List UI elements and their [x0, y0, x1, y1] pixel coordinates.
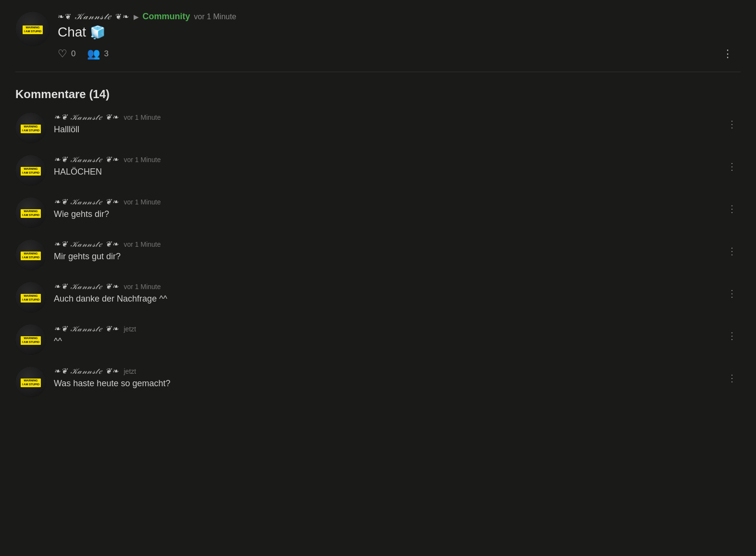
comment-item: WARNING I AM STUPID ❧❦ 𝒦𝒶𝓃𝓃𝓈𝓉𝑒 ❦❧ jetzt … — [15, 324, 741, 355]
ornament-right: ❦❧ — [102, 198, 119, 206]
ornament-left: ❧❦ — [54, 325, 71, 333]
comment-content: ❧❦ 𝒦𝒶𝓃𝓃𝓈𝓉𝑒 ❦❧ vor 1 Minute Wie gehts dir… — [54, 197, 741, 220]
title-emoji: 🧊 — [90, 25, 105, 40]
comment-meta: ❧❦ 𝒦𝒶𝓃𝓃𝓈𝓉𝑒 ❦❧ jetzt — [54, 366, 741, 376]
comments-section: Kommentare (14) WARNING I AM STUPID ❧❦ 𝒦… — [0, 72, 756, 397]
comment-avatar: WARNING I AM STUPID — [15, 113, 46, 143]
comment-meta: ❧❦ 𝒦𝒶𝓃𝓃𝓈𝓉𝑒 ❦❧ vor 1 Minute — [54, 197, 741, 206]
comment-item: WARNING I AM STUPID ❧❦ 𝒦𝒶𝓃𝓃𝓈𝓉𝑒 ❦❧ jetzt … — [15, 366, 741, 397]
people-icon: 👥 — [87, 48, 100, 60]
post-author-avatar: WARNING I AM STUPID — [15, 12, 50, 46]
comment-username[interactable]: ❧❦ 𝒦𝒶𝓃𝓃𝓈𝓉𝑒 ❦❧ — [54, 155, 119, 164]
comment-avatar: WARNING I AM STUPID — [15, 197, 46, 228]
ornament-right: ❦❧ — [102, 325, 119, 333]
ornament-right: ❦❧ — [102, 155, 119, 164]
comment-timestamp: vor 1 Minute — [124, 198, 161, 206]
comment-avatar: WARNING I AM STUPID — [15, 282, 46, 313]
comment-warning-badge: WARNING I AM STUPID — [21, 379, 41, 387]
post-header-content: ❧❦ 𝒦𝒶𝓃𝓃𝓈𝓉𝑒 ❦❧ ▶ Community vor 1 Minute C… — [58, 12, 741, 62]
comment-warning-badge: WARNING I AM STUPID — [21, 209, 41, 218]
comment-warning-badge: WARNING I AM STUPID — [21, 167, 41, 176]
ornament-left: ❧❦ — [54, 240, 71, 248]
like-action[interactable]: ♡ 0 — [58, 48, 75, 60]
comment-avatar: WARNING I AM STUPID — [15, 155, 46, 186]
post-timestamp: vor 1 Minute — [194, 13, 236, 21]
comment-text: Was haste heute so gemacht? — [54, 378, 741, 390]
comment-timestamp: jetzt — [124, 367, 136, 375]
ornament-left: ❧❦ — [58, 13, 75, 21]
comment-avatar: WARNING I AM STUPID — [15, 366, 46, 397]
comment-text: Wie gehts dir? — [54, 208, 741, 220]
comment-username[interactable]: ❧❦ 𝒦𝒶𝓃𝓃𝓈𝓉𝑒 ❦❧ — [54, 113, 119, 122]
ornament-left: ❧❦ — [54, 113, 71, 121]
comment-more-options[interactable]: ⋮ — [723, 243, 741, 259]
comment-content: ❧❦ 𝒦𝒶𝓃𝓃𝓈𝓉𝑒 ❦❧ vor 1 Minute HALÖCHEN — [54, 155, 741, 178]
comments-list: WARNING I AM STUPID ❧❦ 𝒦𝒶𝓃𝓃𝓈𝓉𝑒 ❦❧ vor 1 … — [15, 113, 741, 397]
comment-meta: ❧❦ 𝒦𝒶𝓃𝓃𝓈𝓉𝑒 ❦❧ vor 1 Minute — [54, 113, 741, 122]
ornament-left: ❧❦ — [54, 155, 71, 164]
comment-timestamp: vor 1 Minute — [124, 114, 161, 121]
comment-timestamp: vor 1 Minute — [124, 156, 161, 164]
ornament-right: ❦❧ — [102, 113, 119, 121]
comment-content: ❧❦ 𝒦𝒶𝓃𝓃𝓈𝓉𝑒 ❦❧ jetzt ^^ — [54, 324, 741, 347]
comment-more-options[interactable]: ⋮ — [723, 370, 741, 386]
ornament-right: ❦❧ — [102, 240, 119, 248]
comment-username[interactable]: ❧❦ 𝒦𝒶𝓃𝓃𝓈𝓉𝑒 ❦❧ — [54, 282, 119, 291]
comment-avatar: WARNING I AM STUPID — [15, 240, 46, 270]
comment-avatar: WARNING I AM STUPID — [15, 324, 46, 355]
ornament-left: ❧❦ — [54, 282, 71, 291]
comment-more-options[interactable]: ⋮ — [723, 286, 741, 301]
comment-item: WARNING I AM STUPID ❧❦ 𝒦𝒶𝓃𝓃𝓈𝓉𝑒 ❦❧ vor 1 … — [15, 113, 741, 143]
user-breadcrumb: ❧❦ 𝒦𝒶𝓃𝓃𝓈𝓉𝑒 ❦❧ ▶ Community vor 1 Minute — [58, 12, 741, 22]
heart-icon: ♡ — [58, 48, 67, 60]
comment-warning-badge: WARNING I AM STUPID — [21, 252, 41, 260]
comment-content: ❧❦ 𝒦𝒶𝓃𝓃𝓈𝓉𝑒 ❦❧ vor 1 Minute Mir gehts gut… — [54, 240, 741, 263]
comment-username[interactable]: ❧❦ 𝒦𝒶𝓃𝓃𝓈𝓉𝑒 ❦❧ — [54, 197, 119, 206]
comment-content: ❧❦ 𝒦𝒶𝓃𝓃𝓈𝓉𝑒 ❦❧ vor 1 Minute Halllöll — [54, 113, 741, 136]
comment-text: ^^ — [54, 335, 741, 347]
ornament-right: ❦❧ — [102, 367, 119, 375]
like-count: 0 — [71, 49, 75, 59]
comment-meta: ❧❦ 𝒦𝒶𝓃𝓃𝓈𝓉𝑒 ❦❧ vor 1 Minute — [54, 282, 741, 291]
comment-more-options[interactable]: ⋮ — [723, 201, 741, 216]
comment-username[interactable]: ❧❦ 𝒦𝒶𝓃𝓃𝓈𝓉𝑒 ❦❧ — [54, 324, 119, 333]
comments-title: Kommentare (14) — [15, 88, 741, 101]
ornament-left: ❧❦ — [54, 198, 71, 206]
comment-warning-badge: WARNING I AM STUPID — [21, 125, 41, 133]
post-title: Chat 🧊 — [58, 25, 741, 40]
warning-badge: WARNING I AM STUPID — [23, 25, 43, 34]
comment-content: ❧❦ 𝒦𝒶𝓃𝓃𝓈𝓉𝑒 ❦❧ jetzt Was haste heute so g… — [54, 366, 741, 390]
post-author-username[interactable]: ❧❦ 𝒦𝒶𝓃𝓃𝓈𝓉𝑒 ❦❧ — [58, 12, 130, 22]
members-action[interactable]: 👥 3 — [87, 48, 108, 60]
comment-item: WARNING I AM STUPID ❧❦ 𝒦𝒶𝓃𝓃𝓈𝓉𝑒 ❦❧ vor 1 … — [15, 282, 741, 313]
members-count: 3 — [104, 49, 108, 59]
post-header: WARNING I AM STUPID ❧❦ 𝒦𝒶𝓃𝓃𝓈𝓉𝑒 ❦❧ ▶ Comm… — [0, 0, 756, 62]
comment-timestamp: vor 1 Minute — [124, 240, 161, 248]
post-actions: ♡ 0 👥 3 ⋮ — [58, 46, 741, 62]
comment-timestamp: vor 1 Minute — [124, 283, 161, 291]
breadcrumb-arrow: ▶ — [134, 13, 139, 21]
comment-meta: ❧❦ 𝒦𝒶𝓃𝓃𝓈𝓉𝑒 ❦❧ vor 1 Minute — [54, 240, 741, 249]
community-link[interactable]: Community — [143, 12, 190, 22]
comment-warning-badge: WARNING I AM STUPID — [21, 336, 41, 345]
comment-text: Auch danke der Nachfrage ^^ — [54, 293, 741, 305]
ornament-left: ❧❦ — [54, 367, 71, 375]
comment-item: WARNING I AM STUPID ❧❦ 𝒦𝒶𝓃𝓃𝓈𝓉𝑒 ❦❧ vor 1 … — [15, 155, 741, 186]
comment-meta: ❧❦ 𝒦𝒶𝓃𝓃𝓈𝓉𝑒 ❦❧ jetzt — [54, 324, 741, 333]
comment-timestamp: jetzt — [124, 325, 136, 333]
comment-text: Halllöll — [54, 124, 741, 136]
comment-item: WARNING I AM STUPID ❧❦ 𝒦𝒶𝓃𝓃𝓈𝓉𝑒 ❦❧ vor 1 … — [15, 240, 741, 270]
ornament-right: ❦❧ — [115, 13, 130, 21]
comment-more-options[interactable]: ⋮ — [723, 328, 741, 343]
comment-more-options[interactable]: ⋮ — [723, 116, 741, 132]
comment-item: WARNING I AM STUPID ❧❦ 𝒦𝒶𝓃𝓃𝓈𝓉𝑒 ❦❧ vor 1 … — [15, 197, 741, 228]
post-more-options[interactable]: ⋮ — [715, 46, 741, 62]
comment-content: ❧❦ 𝒦𝒶𝓃𝓃𝓈𝓉𝑒 ❦❧ vor 1 Minute Auch danke de… — [54, 282, 741, 305]
comment-warning-badge: WARNING I AM STUPID — [21, 294, 41, 303]
comment-text: Mir gehts gut dir? — [54, 251, 741, 263]
comment-username[interactable]: ❧❦ 𝒦𝒶𝓃𝓃𝓈𝓉𝑒 ❦❧ — [54, 366, 119, 376]
comment-text: HALÖCHEN — [54, 166, 741, 178]
comment-username[interactable]: ❧❦ 𝒦𝒶𝓃𝓃𝓈𝓉𝑒 ❦❧ — [54, 240, 119, 249]
ornament-right: ❦❧ — [102, 282, 119, 291]
comment-more-options[interactable]: ⋮ — [723, 159, 741, 174]
